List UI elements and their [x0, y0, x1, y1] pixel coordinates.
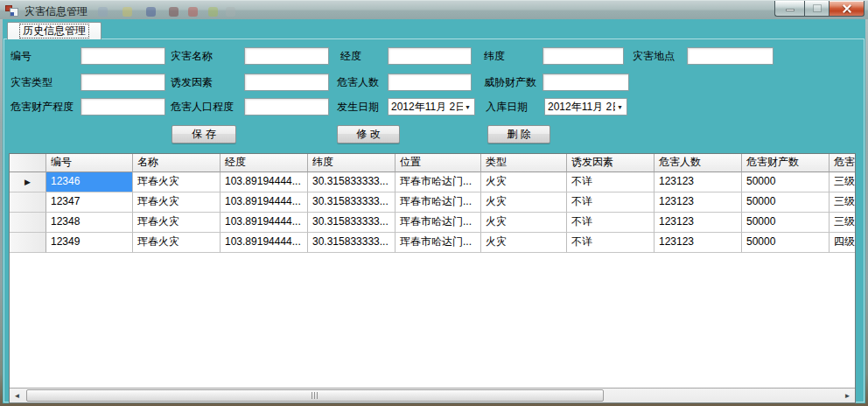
threatened-property-input[interactable]: [542, 74, 629, 91]
grid-cell[interactable]: 珲春市哈达门...: [396, 172, 481, 192]
grid-cell[interactable]: 不详: [567, 233, 654, 253]
column-header-longitude[interactable]: 经度: [220, 154, 308, 172]
grid-cell[interactable]: 12348: [46, 213, 133, 233]
grid-cell[interactable]: 珲春市哈达门...: [396, 233, 481, 253]
tab-label: 历史信息管理: [19, 24, 89, 38]
scroll-left-button[interactable]: ◄: [10, 388, 24, 402]
grid-cell[interactable]: 火灾: [481, 172, 567, 192]
ghost-icon: [146, 7, 156, 17]
grid-cell[interactable]: 30.315833333...: [308, 233, 396, 253]
entry-date-label: 入库日期: [486, 101, 528, 113]
save-button[interactable]: 保 存: [172, 125, 236, 144]
entry-date-picker[interactable]: 2012年11月 2日 ▼: [544, 98, 627, 116]
minimize-button[interactable]: [774, 1, 804, 17]
grid-header-row: 编号 名称 经度 纬度 位置 类型 诱发因素 危害人数 危害财产数 危害程度: [10, 154, 855, 172]
grid-cell[interactable]: 12347: [46, 192, 133, 213]
ghost-icon: [169, 7, 178, 17]
grid-cell[interactable]: 30.315833333...: [308, 172, 396, 192]
scrollbar-grip-icon: [312, 392, 319, 399]
app-icon: [5, 4, 19, 18]
column-header-id[interactable]: 编号: [46, 154, 133, 172]
grid-cell[interactable]: 103.89194444...: [220, 192, 308, 213]
latitude-input[interactable]: [542, 47, 624, 65]
inducing-factor-input[interactable]: [244, 74, 329, 91]
location-input[interactable]: [687, 47, 774, 65]
row-selector[interactable]: [10, 233, 46, 253]
grid-cell[interactable]: 123123: [654, 192, 742, 213]
row-selector[interactable]: [10, 213, 46, 233]
current-row-icon: ▶: [24, 178, 31, 186]
grid-cell[interactable]: 103.89194444...: [220, 233, 308, 253]
grid-cell[interactable]: 珲春火灾: [133, 233, 220, 253]
grid-cell[interactable]: 50000: [742, 233, 830, 253]
grid-cell[interactable]: 123123: [654, 233, 742, 253]
grid-cell[interactable]: 珲春火灾: [133, 172, 220, 192]
longitude-label: 经度: [340, 50, 361, 62]
delete-button[interactable]: 删 除: [487, 125, 550, 144]
occurrence-date-picker[interactable]: 2012年11月 2日 ▼: [388, 98, 475, 116]
column-header-type[interactable]: 类型: [481, 154, 567, 172]
titlebar-ghost-icons: [96, 6, 245, 17]
scroll-right-button[interactable]: ►: [840, 388, 855, 402]
grid-cell[interactable]: 12346: [46, 172, 133, 192]
close-button[interactable]: [829, 1, 864, 17]
grid-cell[interactable]: 四级: [830, 233, 856, 253]
tab-history-info[interactable]: 历史信息管理: [7, 22, 102, 39]
grid-cell[interactable]: 珲春火灾: [133, 213, 220, 233]
affected-people-input[interactable]: [388, 74, 472, 91]
disaster-name-input[interactable]: [244, 47, 329, 65]
chevron-down-icon: ▼: [463, 104, 474, 110]
titlebar: 灾害信息管理: [0, 0, 868, 19]
grid-cell[interactable]: 三级: [830, 192, 856, 213]
grid-cell[interactable]: 珲春市哈达门...: [396, 213, 481, 233]
population-damage-degree-input[interactable]: [244, 98, 329, 116]
ghost-icon: [188, 7, 198, 17]
grid-cell[interactable]: 不详: [567, 172, 654, 192]
grid-cell[interactable]: 123123: [654, 172, 742, 192]
id-label: 编号: [10, 50, 32, 62]
column-header-inducing-factor[interactable]: 诱发因素: [567, 154, 654, 172]
grid-cell[interactable]: 不详: [567, 213, 654, 233]
column-header-latitude[interactable]: 纬度: [308, 154, 396, 172]
grid-corner-cell[interactable]: [10, 154, 46, 172]
column-header-affected-people[interactable]: 危害人数: [654, 154, 742, 172]
property-damage-degree-input[interactable]: [80, 98, 165, 116]
modify-button[interactable]: 修 改: [337, 125, 400, 144]
grid-cell[interactable]: 珲春市哈达门...: [396, 192, 481, 213]
app-icon-front-window: [10, 8, 18, 17]
latitude-label: 纬度: [484, 50, 505, 62]
scroll-right-icon: ►: [844, 392, 851, 400]
longitude-input[interactable]: [388, 47, 472, 65]
scrollbar-track[interactable]: [24, 388, 840, 402]
row-selector[interactable]: [10, 192, 46, 213]
grid-cell[interactable]: 50000: [742, 192, 830, 213]
column-header-damage-degree[interactable]: 危害程度: [830, 154, 856, 172]
grid-cell[interactable]: 火灾: [481, 233, 567, 253]
grid-cell[interactable]: 火灾: [481, 213, 567, 233]
disaster-type-label: 灾害类型: [10, 76, 52, 88]
scrollbar-thumb[interactable]: [26, 389, 604, 402]
column-header-location[interactable]: 位置: [396, 154, 481, 172]
maximize-button[interactable]: [804, 1, 829, 17]
grid-cell[interactable]: 不详: [567, 192, 654, 213]
column-header-name[interactable]: 名称: [133, 154, 220, 172]
grid-cell[interactable]: 103.89194444...: [220, 172, 308, 192]
grid-cell[interactable]: 珲春火灾: [133, 192, 220, 213]
id-input[interactable]: [80, 47, 165, 65]
grid-cell[interactable]: 火灾: [481, 192, 567, 213]
grid-cell[interactable]: 12349: [46, 233, 133, 253]
grid-cell[interactable]: 30.315833333...: [308, 192, 396, 213]
grid-cell[interactable]: 123123: [654, 213, 742, 233]
grid-cell[interactable]: 50000: [742, 213, 830, 233]
horizontal-scrollbar[interactable]: ◄ ►: [10, 388, 855, 402]
column-header-property-damage[interactable]: 危害财产数: [742, 154, 830, 172]
grid-cell[interactable]: 103.89194444...: [220, 213, 308, 233]
inducing-factor-label: 诱发因素: [171, 76, 213, 88]
grid-cell[interactable]: 三级: [830, 172, 856, 192]
disaster-name-label: 灾害名称: [171, 50, 213, 62]
grid-cell[interactable]: 30.315833333...: [308, 213, 396, 233]
grid-cell[interactable]: 三级: [830, 213, 856, 233]
disaster-type-input[interactable]: [80, 74, 165, 91]
row-selector[interactable]: ▶: [10, 172, 46, 192]
grid-cell[interactable]: 50000: [742, 172, 830, 192]
